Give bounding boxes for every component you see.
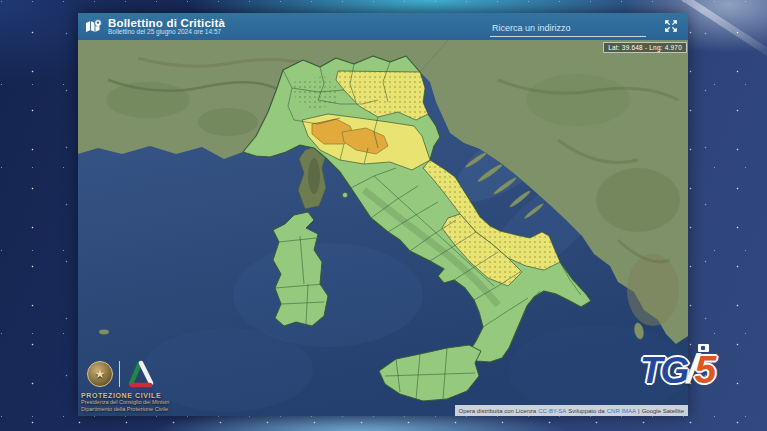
tv-frame: Bollettino di Criticità Bollettino del 2… bbox=[0, 0, 767, 431]
protezione-civile-logo: ★ PROTEZIONE CIVILE Presidenza del Consi… bbox=[81, 358, 191, 413]
tg5-logo: TG / 5 bbox=[640, 351, 716, 387]
expand-arrows-icon bbox=[664, 19, 678, 33]
tricolor-triangle-icon bbox=[126, 359, 156, 389]
attribution-dev-text: Sviluppato da bbox=[568, 408, 604, 414]
tg5-logo-five: 5 bbox=[695, 352, 717, 387]
attribution-text: Opera distribuita con Licenza bbox=[459, 408, 537, 414]
map-pin-icon bbox=[85, 19, 103, 35]
fullscreen-button[interactable] bbox=[663, 19, 679, 35]
coords-badge: Lat: 39.648 - Lng: 4.970 bbox=[603, 42, 687, 53]
attribution-separator: | bbox=[638, 408, 640, 414]
page-subtitle: Bollettino del 25 giugno 2024 ore 14:57 bbox=[108, 29, 225, 36]
logo-divider bbox=[119, 361, 120, 387]
state-seal-icon: ★ bbox=[87, 361, 113, 387]
license-link[interactable]: CC-BY-SA bbox=[538, 408, 566, 414]
map-panel: Bollettino di Criticità Bollettino del 2… bbox=[78, 13, 688, 416]
header-bar: Bollettino di Criticità Bollettino del 2… bbox=[78, 13, 688, 40]
tg5-logo-tg: TG bbox=[640, 354, 687, 387]
attribution-bar: Opera distribuita con Licenza CC-BY-SA S… bbox=[455, 405, 689, 416]
map-source-label: Google Satellite bbox=[642, 408, 684, 414]
tg5-chip-icon bbox=[698, 344, 709, 352]
pc-logo-line2: Dipartimento della Protezione Civile bbox=[81, 406, 191, 413]
search-input[interactable] bbox=[490, 21, 646, 37]
bulletin-title-block: Bollettino di Criticità Bollettino del 2… bbox=[78, 17, 225, 36]
developer-link[interactable]: CNR IMAA bbox=[607, 408, 636, 414]
seal-star: ★ bbox=[95, 368, 106, 380]
address-search bbox=[490, 17, 646, 37]
